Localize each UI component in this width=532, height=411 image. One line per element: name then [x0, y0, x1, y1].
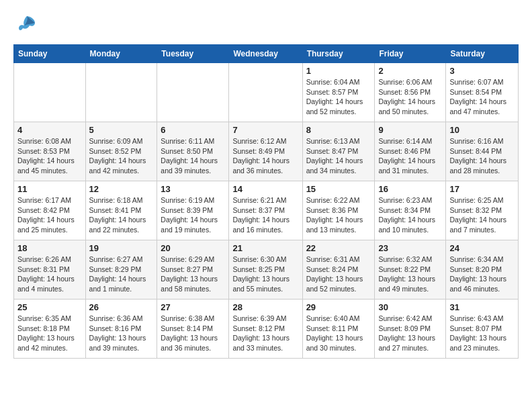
day-info: Sunrise: 6:40 AM Sunset: 8:11 PM Dayligh…: [306, 314, 371, 353]
day-info: Sunrise: 6:21 AM Sunset: 8:37 PM Dayligh…: [232, 195, 298, 235]
calendar-cell-4-5: 22Sunrise: 6:31 AM Sunset: 8:24 PM Dayli…: [302, 240, 375, 300]
day-number: 8: [306, 125, 371, 135]
day-number: 31: [449, 302, 515, 312]
calendar-cell-1-4: [229, 63, 302, 122]
calendar-cell-4-4: 21Sunrise: 6:30 AM Sunset: 8:25 PM Dayli…: [229, 240, 302, 300]
calendar-cell-4-1: 18Sunrise: 6:26 AM Sunset: 8:31 PM Dayli…: [14, 240, 86, 300]
calendar-header-tuesday: Tuesday: [157, 45, 229, 63]
day-info: Sunrise: 6:07 AM Sunset: 8:54 PM Dayligh…: [449, 77, 515, 117]
day-info: Sunrise: 6:08 AM Sunset: 8:53 PM Dayligh…: [17, 136, 82, 176]
day-info: Sunrise: 6:29 AM Sunset: 8:27 PM Dayligh…: [161, 255, 225, 294]
calendar-cell-4-6: 23Sunrise: 6:32 AM Sunset: 8:22 PM Dayli…: [375, 240, 446, 300]
day-info: Sunrise: 6:19 AM Sunset: 8:39 PM Dayligh…: [161, 195, 225, 235]
calendar-cell-3-1: 11Sunrise: 6:17 AM Sunset: 8:42 PM Dayli…: [14, 181, 86, 240]
calendar-cell-4-3: 20Sunrise: 6:29 AM Sunset: 8:27 PM Dayli…: [157, 240, 229, 300]
day-number: 15: [306, 184, 371, 194]
day-number: 19: [89, 243, 154, 253]
day-info: Sunrise: 6:16 AM Sunset: 8:44 PM Dayligh…: [449, 136, 515, 176]
day-number: 9: [378, 125, 442, 135]
calendar-header-saturday: Saturday: [446, 45, 519, 63]
day-info: Sunrise: 6:31 AM Sunset: 8:24 PM Dayligh…: [306, 255, 371, 294]
calendar-cell-2-3: 6Sunrise: 6:11 AM Sunset: 8:50 PM Daylig…: [157, 122, 229, 181]
calendar-cell-5-7: 31Sunrise: 6:43 AM Sunset: 8:07 PM Dayli…: [446, 300, 519, 359]
day-number: 2: [378, 66, 442, 76]
calendar-cell-5-4: 28Sunrise: 6:39 AM Sunset: 8:12 PM Dayli…: [229, 300, 302, 359]
day-number: 29: [306, 302, 371, 312]
day-info: Sunrise: 6:09 AM Sunset: 8:52 PM Dayligh…: [89, 136, 154, 176]
calendar-cell-1-3: [157, 63, 229, 122]
day-number: 5: [89, 125, 154, 135]
calendar-cell-5-5: 29Sunrise: 6:40 AM Sunset: 8:11 PM Dayli…: [302, 300, 375, 359]
header: [13, 13, 519, 38]
calendar-cell-1-1: [14, 63, 86, 122]
calendar-cell-5-6: 30Sunrise: 6:42 AM Sunset: 8:09 PM Dayli…: [375, 300, 446, 359]
day-info: Sunrise: 6:36 AM Sunset: 8:16 PM Dayligh…: [89, 314, 154, 353]
day-number: 27: [161, 302, 225, 312]
logo-bird-icon: [16, 13, 38, 38]
calendar-cell-2-7: 10Sunrise: 6:16 AM Sunset: 8:44 PM Dayli…: [446, 122, 519, 181]
day-info: Sunrise: 6:06 AM Sunset: 8:56 PM Dayligh…: [378, 77, 442, 117]
day-info: Sunrise: 6:13 AM Sunset: 8:47 PM Dayligh…: [306, 136, 371, 176]
logo: [13, 13, 38, 38]
calendar-cell-4-2: 19Sunrise: 6:27 AM Sunset: 8:29 PM Dayli…: [85, 240, 157, 300]
calendar-header-row: SundayMondayTuesdayWednesdayThursdayFrid…: [14, 45, 519, 63]
calendar-cell-3-2: 12Sunrise: 6:18 AM Sunset: 8:41 PM Dayli…: [85, 181, 157, 240]
day-number: 20: [161, 243, 225, 253]
day-info: Sunrise: 6:04 AM Sunset: 8:57 PM Dayligh…: [306, 77, 371, 117]
day-info: Sunrise: 6:32 AM Sunset: 8:22 PM Dayligh…: [378, 255, 442, 294]
day-info: Sunrise: 6:14 AM Sunset: 8:46 PM Dayligh…: [378, 136, 442, 176]
day-number: 28: [232, 302, 298, 312]
day-number: 1: [306, 66, 371, 76]
calendar-cell-2-1: 4Sunrise: 6:08 AM Sunset: 8:53 PM Daylig…: [14, 122, 86, 181]
calendar-header-sunday: Sunday: [14, 45, 86, 63]
day-info: Sunrise: 6:12 AM Sunset: 8:49 PM Dayligh…: [232, 136, 298, 176]
calendar-header-monday: Monday: [85, 45, 157, 63]
day-number: 12: [89, 184, 154, 194]
calendar-cell-2-2: 5Sunrise: 6:09 AM Sunset: 8:52 PM Daylig…: [85, 122, 157, 181]
calendar-cell-3-7: 17Sunrise: 6:25 AM Sunset: 8:32 PM Dayli…: [446, 181, 519, 240]
calendar-header-thursday: Thursday: [302, 45, 375, 63]
day-info: Sunrise: 6:18 AM Sunset: 8:41 PM Dayligh…: [89, 195, 154, 235]
calendar-week-row-3: 11Sunrise: 6:17 AM Sunset: 8:42 PM Dayli…: [14, 181, 519, 240]
calendar-cell-1-7: 3Sunrise: 6:07 AM Sunset: 8:54 PM Daylig…: [446, 63, 519, 122]
calendar-cell-4-7: 24Sunrise: 6:34 AM Sunset: 8:20 PM Dayli…: [446, 240, 519, 300]
calendar-header-wednesday: Wednesday: [229, 45, 302, 63]
day-number: 11: [17, 184, 82, 194]
day-number: 25: [17, 302, 82, 312]
day-number: 23: [378, 243, 442, 253]
day-info: Sunrise: 6:42 AM Sunset: 8:09 PM Dayligh…: [378, 314, 442, 353]
calendar-cell-1-6: 2Sunrise: 6:06 AM Sunset: 8:56 PM Daylig…: [375, 63, 446, 122]
calendar-cell-5-3: 27Sunrise: 6:38 AM Sunset: 8:14 PM Dayli…: [157, 300, 229, 359]
day-number: 22: [306, 243, 371, 253]
calendar-cell-2-4: 7Sunrise: 6:12 AM Sunset: 8:49 PM Daylig…: [229, 122, 302, 181]
day-number: 3: [449, 66, 515, 76]
calendar-cell-1-2: [85, 63, 157, 122]
day-info: Sunrise: 6:25 AM Sunset: 8:32 PM Dayligh…: [449, 195, 515, 235]
day-info: Sunrise: 6:11 AM Sunset: 8:50 PM Dayligh…: [161, 136, 225, 176]
day-info: Sunrise: 6:39 AM Sunset: 8:12 PM Dayligh…: [232, 314, 298, 353]
calendar-week-row-5: 25Sunrise: 6:35 AM Sunset: 8:18 PM Dayli…: [14, 300, 519, 359]
day-info: Sunrise: 6:34 AM Sunset: 8:20 PM Dayligh…: [449, 255, 515, 294]
calendar-cell-2-5: 8Sunrise: 6:13 AM Sunset: 8:47 PM Daylig…: [302, 122, 375, 181]
day-number: 18: [17, 243, 82, 253]
calendar-cell-3-3: 13Sunrise: 6:19 AM Sunset: 8:39 PM Dayli…: [157, 181, 229, 240]
calendar-cell-3-6: 16Sunrise: 6:23 AM Sunset: 8:34 PM Dayli…: [375, 181, 446, 240]
day-number: 21: [232, 243, 298, 253]
day-number: 13: [161, 184, 225, 194]
calendar-cell-1-5: 1Sunrise: 6:04 AM Sunset: 8:57 PM Daylig…: [302, 63, 375, 122]
calendar-header-friday: Friday: [375, 45, 446, 63]
calendar-cell-3-5: 15Sunrise: 6:22 AM Sunset: 8:36 PM Dayli…: [302, 181, 375, 240]
day-number: 4: [17, 125, 82, 135]
calendar-cell-3-4: 14Sunrise: 6:21 AM Sunset: 8:37 PM Dayli…: [229, 181, 302, 240]
day-number: 17: [449, 184, 515, 194]
day-info: Sunrise: 6:17 AM Sunset: 8:42 PM Dayligh…: [17, 195, 82, 235]
day-number: 16: [378, 184, 442, 194]
day-info: Sunrise: 6:23 AM Sunset: 8:34 PM Dayligh…: [378, 195, 442, 235]
day-number: 24: [449, 243, 515, 253]
day-info: Sunrise: 6:35 AM Sunset: 8:18 PM Dayligh…: [17, 314, 82, 353]
calendar-week-row-1: 1Sunrise: 6:04 AM Sunset: 8:57 PM Daylig…: [14, 63, 519, 122]
day-number: 10: [449, 125, 515, 135]
calendar-cell-2-6: 9Sunrise: 6:14 AM Sunset: 8:46 PM Daylig…: [375, 122, 446, 181]
day-info: Sunrise: 6:27 AM Sunset: 8:29 PM Dayligh…: [89, 255, 154, 294]
day-info: Sunrise: 6:43 AM Sunset: 8:07 PM Dayligh…: [449, 314, 515, 353]
